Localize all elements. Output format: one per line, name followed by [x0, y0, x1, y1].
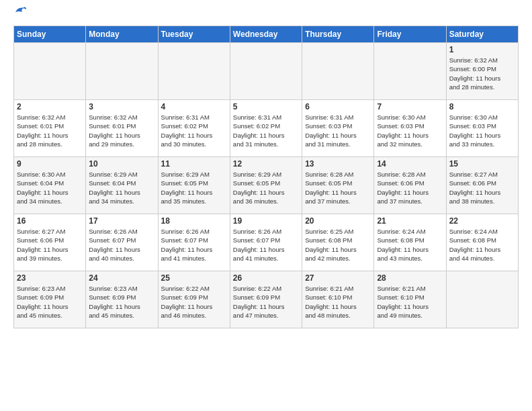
calendar-cell [86, 43, 158, 100]
calendar-cell: 12Sunrise: 6:29 AM Sunset: 6:05 PM Dayli… [230, 157, 302, 214]
calendar-week-1: 1Sunrise: 6:32 AM Sunset: 6:00 PM Daylig… [14, 43, 519, 100]
day-number: 1 [449, 45, 515, 54]
header-saturday: Saturday [446, 26, 518, 43]
day-number: 13 [305, 159, 371, 169]
calendar-week-2: 2Sunrise: 6:32 AM Sunset: 6:01 PM Daylig… [14, 100, 519, 157]
day-number: 16 [17, 216, 83, 226]
day-info: Sunrise: 6:26 AM Sunset: 6:07 PM Dayligh… [89, 227, 154, 263]
day-number: 7 [377, 102, 443, 111]
day-info: Sunrise: 6:30 AM Sunset: 6:03 PM Dayligh… [449, 113, 515, 148]
calendar-cell [374, 43, 446, 100]
calendar-cell: 16Sunrise: 6:27 AM Sunset: 6:06 PM Dayli… [14, 214, 86, 271]
calendar-cell: 1Sunrise: 6:32 AM Sunset: 6:00 PM Daylig… [446, 43, 518, 100]
day-info: Sunrise: 6:26 AM Sunset: 6:07 PM Dayligh… [233, 227, 299, 263]
day-info: Sunrise: 6:29 AM Sunset: 6:05 PM Dayligh… [233, 170, 299, 205]
calendar-cell: 18Sunrise: 6:26 AM Sunset: 6:07 PM Dayli… [158, 214, 230, 271]
day-number: 12 [233, 159, 299, 169]
calendar-cell: 17Sunrise: 6:26 AM Sunset: 6:07 PM Dayli… [86, 214, 158, 271]
header-sunday: Sunday [14, 26, 86, 43]
calendar-cell: 21Sunrise: 6:24 AM Sunset: 6:08 PM Dayli… [374, 214, 446, 271]
calendar-cell: 23Sunrise: 6:23 AM Sunset: 6:09 PM Dayli… [14, 271, 86, 328]
day-info: Sunrise: 6:29 AM Sunset: 6:04 PM Dayligh… [89, 170, 154, 205]
day-info: Sunrise: 6:28 AM Sunset: 6:05 PM Dayligh… [305, 170, 371, 205]
page: Sunday Monday Tuesday Wednesday Thursday… [0, 0, 532, 411]
calendar-cell: 10Sunrise: 6:29 AM Sunset: 6:04 PM Dayli… [86, 157, 158, 214]
day-number: 26 [233, 273, 299, 283]
calendar-cell: 15Sunrise: 6:27 AM Sunset: 6:06 PM Dayli… [446, 157, 518, 214]
day-info: Sunrise: 6:31 AM Sunset: 6:03 PM Dayligh… [305, 113, 371, 148]
day-info: Sunrise: 6:31 AM Sunset: 6:02 PM Dayligh… [233, 113, 299, 148]
calendar-cell [14, 43, 86, 100]
day-info: Sunrise: 6:25 AM Sunset: 6:08 PM Dayligh… [305, 227, 371, 263]
day-number: 25 [161, 273, 227, 283]
calendar-cell: 14Sunrise: 6:28 AM Sunset: 6:06 PM Dayli… [374, 157, 446, 214]
logo-bird-icon [14, 5, 26, 19]
calendar-cell: 25Sunrise: 6:22 AM Sunset: 6:09 PM Dayli… [158, 271, 230, 328]
calendar-cell: 13Sunrise: 6:28 AM Sunset: 6:05 PM Dayli… [302, 157, 374, 214]
day-info: Sunrise: 6:32 AM Sunset: 6:00 PM Dayligh… [449, 56, 515, 91]
calendar-cell: 28Sunrise: 6:21 AM Sunset: 6:10 PM Dayli… [374, 271, 446, 328]
day-info: Sunrise: 6:32 AM Sunset: 6:01 PM Dayligh… [89, 113, 154, 148]
day-number: 6 [305, 102, 371, 111]
day-info: Sunrise: 6:24 AM Sunset: 6:08 PM Dayligh… [377, 227, 443, 263]
calendar-table: Sunday Monday Tuesday Wednesday Thursday… [13, 26, 519, 328]
calendar-cell [230, 43, 302, 100]
day-info: Sunrise: 6:30 AM Sunset: 6:04 PM Dayligh… [17, 170, 83, 205]
day-number: 10 [89, 159, 154, 169]
day-info: Sunrise: 6:27 AM Sunset: 6:06 PM Dayligh… [17, 227, 83, 263]
day-number: 14 [377, 159, 443, 169]
day-number: 5 [233, 102, 299, 111]
calendar-cell [302, 43, 374, 100]
calendar-header-row: Sunday Monday Tuesday Wednesday Thursday… [14, 26, 519, 43]
calendar-week-4: 16Sunrise: 6:27 AM Sunset: 6:06 PM Dayli… [14, 214, 519, 271]
header-tuesday: Tuesday [158, 26, 230, 43]
day-number: 8 [449, 102, 515, 111]
day-info: Sunrise: 6:27 AM Sunset: 6:06 PM Dayligh… [449, 170, 515, 205]
calendar-week-3: 9Sunrise: 6:30 AM Sunset: 6:04 PM Daylig… [14, 157, 519, 214]
day-info: Sunrise: 6:23 AM Sunset: 6:09 PM Dayligh… [89, 284, 154, 320]
day-number: 17 [89, 216, 154, 226]
day-info: Sunrise: 6:23 AM Sunset: 6:09 PM Dayligh… [17, 284, 83, 320]
calendar-cell [446, 271, 518, 328]
calendar-cell: 24Sunrise: 6:23 AM Sunset: 6:09 PM Dayli… [86, 271, 158, 328]
header-thursday: Thursday [302, 26, 374, 43]
day-info: Sunrise: 6:30 AM Sunset: 6:03 PM Dayligh… [377, 113, 443, 148]
calendar-cell: 8Sunrise: 6:30 AM Sunset: 6:03 PM Daylig… [446, 100, 518, 157]
day-info: Sunrise: 6:32 AM Sunset: 6:01 PM Dayligh… [17, 113, 83, 148]
day-number: 3 [89, 102, 154, 111]
calendar-cell: 3Sunrise: 6:32 AM Sunset: 6:01 PM Daylig… [86, 100, 158, 157]
header-friday: Friday [374, 26, 446, 43]
calendar-cell: 6Sunrise: 6:31 AM Sunset: 6:03 PM Daylig… [302, 100, 374, 157]
calendar-cell: 27Sunrise: 6:21 AM Sunset: 6:10 PM Dayli… [302, 271, 374, 328]
day-info: Sunrise: 6:22 AM Sunset: 6:09 PM Dayligh… [161, 284, 227, 320]
day-number: 20 [305, 216, 371, 226]
header-monday: Monday [86, 26, 158, 43]
day-info: Sunrise: 6:21 AM Sunset: 6:10 PM Dayligh… [377, 284, 443, 320]
header [13, 11, 519, 19]
calendar-cell: 20Sunrise: 6:25 AM Sunset: 6:08 PM Dayli… [302, 214, 374, 271]
day-number: 11 [161, 159, 227, 169]
day-number: 2 [17, 102, 83, 111]
calendar-cell: 22Sunrise: 6:24 AM Sunset: 6:08 PM Dayli… [446, 214, 518, 271]
day-info: Sunrise: 6:21 AM Sunset: 6:10 PM Dayligh… [305, 284, 371, 320]
calendar-cell [158, 43, 230, 100]
calendar-cell: 4Sunrise: 6:31 AM Sunset: 6:02 PM Daylig… [158, 100, 230, 157]
day-number: 27 [305, 273, 371, 283]
day-number: 24 [89, 273, 154, 283]
calendar-cell: 11Sunrise: 6:29 AM Sunset: 6:05 PM Dayli… [158, 157, 230, 214]
day-info: Sunrise: 6:24 AM Sunset: 6:08 PM Dayligh… [449, 227, 515, 263]
day-info: Sunrise: 6:31 AM Sunset: 6:02 PM Dayligh… [161, 113, 227, 148]
calendar-cell: 7Sunrise: 6:30 AM Sunset: 6:03 PM Daylig… [374, 100, 446, 157]
day-number: 18 [161, 216, 227, 226]
calendar-cell: 2Sunrise: 6:32 AM Sunset: 6:01 PM Daylig… [14, 100, 86, 157]
day-number: 28 [377, 273, 443, 283]
header-wednesday: Wednesday [230, 26, 302, 43]
day-info: Sunrise: 6:28 AM Sunset: 6:06 PM Dayligh… [377, 170, 443, 205]
logo [13, 11, 26, 19]
calendar-week-5: 23Sunrise: 6:23 AM Sunset: 6:09 PM Dayli… [14, 271, 519, 328]
day-info: Sunrise: 6:29 AM Sunset: 6:05 PM Dayligh… [161, 170, 227, 205]
day-number: 4 [161, 102, 227, 111]
calendar-cell: 26Sunrise: 6:22 AM Sunset: 6:09 PM Dayli… [230, 271, 302, 328]
calendar-cell: 5Sunrise: 6:31 AM Sunset: 6:02 PM Daylig… [230, 100, 302, 157]
day-info: Sunrise: 6:22 AM Sunset: 6:09 PM Dayligh… [233, 284, 299, 320]
